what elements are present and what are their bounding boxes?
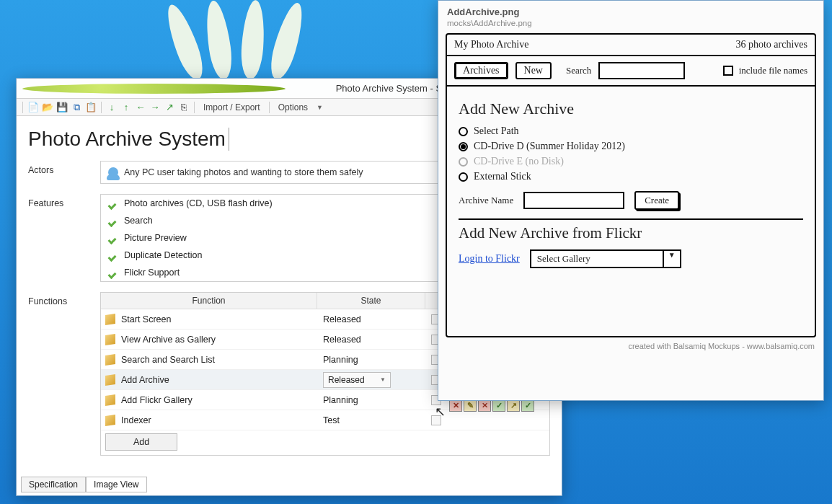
actor-icon [108, 167, 118, 177]
col-state[interactable]: State [317, 293, 425, 309]
radio-icon [459, 157, 468, 167]
cube-icon [105, 314, 115, 325]
paste-icon[interactable]: 📋 [85, 102, 97, 113]
back-arrow-icon[interactable]: ← [135, 102, 146, 113]
app-icon [22, 84, 286, 94]
cube-icon [105, 374, 115, 386]
mk-include-checkbox[interactable] [723, 66, 733, 76]
actors-label: Actors [28, 161, 100, 184]
mk-new-button[interactable]: New [515, 62, 552, 79]
share-icon[interactable]: ↗ [164, 102, 175, 113]
mk-include-label: include file names [739, 65, 807, 76]
mk-heading-flickr: Add New Archive from Flickr [459, 224, 803, 242]
cube-icon [105, 334, 115, 345]
options-caret-icon[interactable]: ▼ [317, 104, 323, 111]
features-label: Features [28, 194, 100, 282]
check-icon [108, 268, 118, 278]
mockup-page: My Photo Archive 36 photo archives Archi… [446, 33, 816, 337]
mk-top-count: 36 photo archives [735, 39, 807, 50]
mk-gallery-select[interactable]: Select Gallery ▼ [530, 249, 681, 268]
mk-divider [459, 218, 803, 220]
cube-icon [105, 354, 115, 366]
actor-text: Any PC user taking photos and wanting to… [124, 167, 363, 177]
menu-options[interactable]: Options [274, 102, 312, 112]
radio-icon [459, 142, 468, 151]
mk-login-link[interactable]: Login to Flickr [459, 253, 520, 265]
open-icon[interactable]: 📂 [42, 102, 53, 113]
down-arrow-icon[interactable]: ↓ [106, 102, 118, 113]
link-cell-button[interactable] [431, 415, 441, 425]
copy-icon[interactable]: ⧉ [71, 102, 82, 113]
bottom-tabs: Specification Image View [21, 477, 147, 492]
menu-import-export[interactable]: Import / Export [199, 102, 265, 112]
mk-search-input[interactable] [598, 62, 685, 79]
check-icon [108, 233, 118, 243]
mk-radio-row-disabled: CD-Drive E (no Disk) [459, 156, 803, 167]
mk-search-label: Search [566, 65, 591, 76]
up-arrow-icon[interactable]: ↑ [120, 102, 132, 113]
page-title[interactable]: Photo Archive System [28, 128, 229, 151]
radio-icon [459, 127, 468, 136]
mk-radio-row[interactable]: External Stick [459, 171, 803, 182]
col-function[interactable]: Function [101, 293, 317, 309]
check-icon [108, 250, 118, 260]
cube-icon [105, 415, 115, 426]
mockup-window: AddArchive.png mocks\AddArchive.png My P… [438, 0, 824, 401]
chevron-down-icon: ▼ [664, 251, 680, 267]
new-icon[interactable]: 📄 [27, 102, 39, 113]
radio-icon [459, 172, 468, 182]
check-icon [108, 216, 118, 226]
mockup-path: mocks\AddArchive.png [438, 19, 823, 33]
mk-archive-name-input[interactable] [523, 192, 624, 209]
mk-top-title: My Photo Archive [454, 39, 528, 50]
tab-specification[interactable]: Specification [21, 477, 86, 492]
add-function-button[interactable]: Add [105, 433, 177, 451]
chevron-down-icon: ▼ [380, 376, 386, 383]
state-combobox[interactable]: Released ▼ [323, 372, 391, 388]
functions-label: Functions [28, 292, 100, 456]
cube-icon [105, 394, 115, 406]
fwd-arrow-icon[interactable]: → [149, 102, 161, 113]
mockup-title: AddArchive.png [438, 1, 823, 19]
tab-image-view[interactable]: Image View [86, 477, 146, 492]
check-icon [108, 198, 118, 208]
mk-archive-name-label: Archive Name [459, 195, 513, 206]
mk-radio-row[interactable]: Select Path [459, 125, 803, 137]
dup-page-icon[interactable]: ⎘ [178, 102, 190, 113]
mk-archives-button[interactable]: Archives [454, 62, 508, 79]
mockup-credit: created with Balsamiq Mockups - www.bals… [438, 337, 823, 356]
mk-create-button[interactable]: Create [634, 191, 679, 210]
function-row[interactable]: Indexer Test [101, 410, 549, 430]
mk-heading-add: Add New Archive [459, 100, 803, 118]
save-icon[interactable]: 💾 [56, 102, 68, 113]
mk-radio-row[interactable]: CD-Drive D (Summer Holiday 2012) [459, 141, 803, 152]
